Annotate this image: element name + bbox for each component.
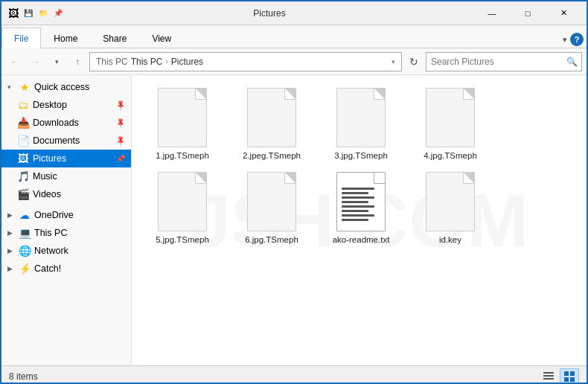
- sidebar-downloads-label: Downloads: [33, 118, 79, 128]
- file-icon-4jpg: [421, 88, 480, 147]
- main-layout: ▾ ★ Quick access 🗂 Desktop 📌 📥 Downloads…: [1, 75, 587, 365]
- sidebar-item-videos[interactable]: 🎬 Videos: [1, 185, 131, 203]
- file-icon-1jpg: [153, 88, 212, 147]
- svg-rect-5: [564, 377, 569, 382]
- sidebar-network-label: Network: [34, 246, 68, 256]
- up-button[interactable]: ↑: [68, 53, 86, 71]
- quick-access-icon: 💾: [22, 7, 34, 19]
- sidebar-videos-label: Videos: [33, 189, 61, 199]
- file-item-6jpg[interactable]: 6.jpg.TSmeph: [227, 165, 316, 249]
- ribbon-collapse-icon[interactable]: ▾: [563, 35, 567, 45]
- ribbon-tabs: File Home Share View ▾ ?: [1, 25, 587, 48]
- file-name-idkey: id.key: [439, 234, 461, 246]
- network-expand-icon: ▶: [7, 247, 15, 255]
- catch-expand-icon: ▶: [7, 265, 15, 272]
- sidebar-desktop-label: Desktop: [33, 100, 67, 110]
- onedrive-expand-icon: ▶: [7, 211, 15, 219]
- generic-file-icon-6: [247, 172, 296, 231]
- generic-file-icon-2: [247, 88, 296, 147]
- quick-access-star-icon: ★: [18, 81, 31, 93]
- sidebar-onedrive-label: OneDrive: [34, 210, 74, 220]
- file-item-5jpg[interactable]: 5.jpg.TSmeph: [138, 165, 227, 249]
- catch-lightning-icon: ⚡: [18, 263, 31, 275]
- path-thispc-label: This PC: [131, 57, 163, 67]
- sidebar-item-pictures[interactable]: 🖼 Pictures 📌: [1, 150, 131, 167]
- sidebar-item-desktop[interactable]: 🗂 Desktop 📌: [1, 96, 131, 114]
- tab-home[interactable]: Home: [41, 28, 90, 48]
- file-item-1jpg[interactable]: 1.jpg.TSmeph: [138, 81, 227, 165]
- file-icon-2jpeg: [242, 88, 301, 147]
- sidebar-item-quick-access[interactable]: ▾ ★ Quick access: [1, 78, 131, 96]
- text-line-7: [342, 214, 374, 217]
- window-title: Pictures: [64, 8, 475, 19]
- folder-icon: 📁: [37, 7, 49, 19]
- file-name-4jpg: 4.jpg.TSmeph: [424, 150, 477, 161]
- downloads-folder-icon: 📥: [16, 117, 30, 129]
- documents-pin-icon: 📌: [115, 135, 127, 147]
- sidebar-item-network[interactable]: ▶ 🌐 Network: [1, 242, 131, 260]
- address-path[interactable]: This PC This PC › Pictures ▾: [89, 52, 402, 71]
- dropdown-button[interactable]: ▾: [48, 53, 65, 71]
- quick-access-expand-icon: ▾: [7, 83, 15, 91]
- file-name-3jpg: 3.jpg.TSmeph: [334, 150, 388, 161]
- list-view-button[interactable]: [539, 368, 558, 385]
- network-globe-icon: 🌐: [18, 245, 31, 257]
- text-line-6: [342, 210, 368, 212]
- svg-rect-1: [543, 375, 554, 377]
- tab-file[interactable]: File: [1, 28, 41, 48]
- tab-view[interactable]: View: [139, 28, 184, 48]
- file-item-4jpg[interactable]: 4.jpg.TSmeph: [406, 81, 495, 165]
- path-pictures-label: Pictures: [171, 57, 203, 67]
- path-dropdown-arrow[interactable]: ▾: [392, 58, 395, 65]
- sidebar-thispc-label: This PC: [34, 228, 67, 238]
- sidebar-item-music[interactable]: 🎵 Music: [1, 167, 131, 185]
- tab-share[interactable]: Share: [90, 28, 139, 48]
- videos-folder-icon: 🎬: [16, 188, 30, 200]
- minimize-button[interactable]: —: [475, 3, 509, 24]
- close-button[interactable]: ✕: [546, 3, 581, 24]
- text-line-8: [342, 219, 368, 221]
- path-sep-1: ›: [165, 57, 167, 65]
- sidebar-item-catch[interactable]: ▶ ⚡ Catch!: [1, 260, 131, 278]
- generic-file-icon-4: [426, 88, 475, 147]
- search-button[interactable]: 🔍: [562, 52, 581, 71]
- file-item-3jpg[interactable]: 3.jpg.TSmeph: [316, 81, 406, 165]
- thispc-expand-icon: ▶: [7, 229, 15, 237]
- maximize-button[interactable]: □: [511, 3, 545, 24]
- refresh-button[interactable]: ↻: [405, 52, 423, 71]
- sidebar-item-onedrive[interactable]: ▶ ☁ OneDrive: [1, 206, 131, 224]
- item-count: 8 items: [9, 371, 38, 382]
- svg-rect-2: [543, 378, 554, 380]
- sidebar: ▾ ★ Quick access 🗂 Desktop 📌 📥 Downloads…: [1, 75, 132, 365]
- sidebar-item-thispc[interactable]: ▶ 💻 This PC: [1, 224, 131, 242]
- large-icons-view-button[interactable]: [560, 368, 579, 385]
- svg-rect-3: [564, 371, 569, 376]
- file-icon-idkey: [421, 172, 480, 231]
- generic-file-icon-3: [336, 88, 386, 147]
- file-name-6jpg: 6.jpg.TSmeph: [245, 234, 298, 246]
- sidebar-documents-label: Documents: [33, 135, 80, 146]
- sidebar-item-downloads[interactable]: 📥 Downloads 📌: [1, 114, 131, 132]
- file-item-2jpeg[interactable]: 2.jpeg.TSmeph: [227, 81, 316, 165]
- help-icon[interactable]: ?: [570, 33, 584, 46]
- status-bar: 8 items: [1, 365, 587, 384]
- text-line-1: [342, 188, 374, 190]
- generic-file-icon-1: [158, 88, 207, 147]
- file-name-1jpg: 1.jpg.TSmeph: [156, 150, 209, 161]
- downloads-pin-icon: 📌: [115, 117, 127, 129]
- app-icon: 🖼: [7, 7, 19, 19]
- back-button[interactable]: ←: [6, 53, 24, 71]
- search-input[interactable]: [426, 57, 562, 67]
- file-icon-3jpg: [331, 88, 391, 147]
- sidebar-item-documents[interactable]: 📄 Documents 📌: [1, 132, 131, 150]
- title-bar: 🖼 💾 📁 📌 Pictures — □ ✕: [1, 1, 587, 25]
- file-icon-6jpg: [242, 172, 301, 231]
- file-item-readme[interactable]: ako-readme.txt: [316, 165, 406, 249]
- forward-button[interactable]: →: [27, 53, 45, 71]
- svg-rect-0: [543, 372, 554, 374]
- pin-icon: 📌: [52, 7, 64, 19]
- title-bar-icons: 🖼 💾 📁 📌: [7, 7, 64, 19]
- onedrive-cloud-icon: ☁: [18, 209, 31, 221]
- file-item-idkey[interactable]: id.key: [406, 165, 495, 249]
- ribbon: File Home Share View ▾ ?: [1, 25, 587, 48]
